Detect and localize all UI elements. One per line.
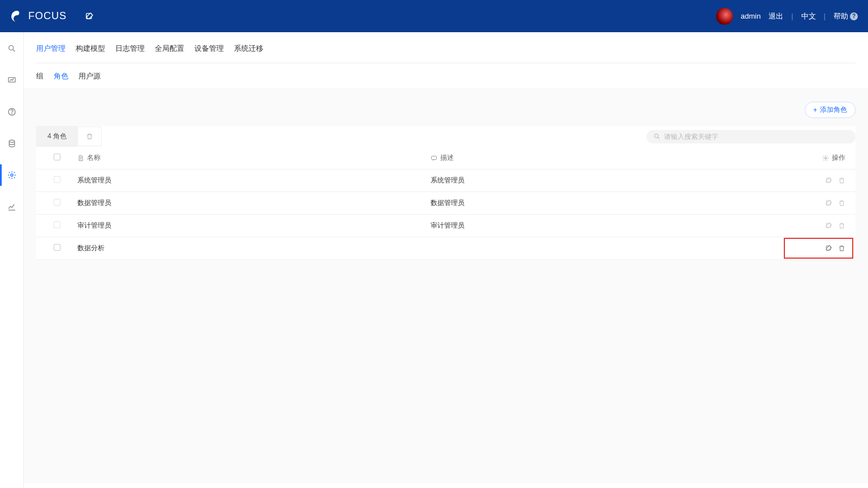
- row-name: 数据分析: [77, 237, 425, 260]
- table-row: 数据分析: [36, 237, 856, 260]
- add-role-button[interactable]: + 添加角色: [805, 102, 856, 118]
- logo-icon: [10, 10, 24, 23]
- topnav-item[interactable]: 全局配置: [155, 41, 184, 56]
- app-logo: FOCUS: [10, 10, 67, 23]
- app-header: FOCUS admin 退出 | 中文 | 帮助?: [0, 0, 868, 32]
- list-header: 4 角色: [36, 126, 856, 147]
- plus-icon: +: [813, 106, 817, 114]
- logout-link[interactable]: 退出: [769, 11, 783, 21]
- col-ops-header: 操作: [832, 153, 845, 163]
- search-box[interactable]: [646, 130, 856, 143]
- col-desc-header: 描述: [440, 153, 454, 163]
- sidebar-search-icon[interactable]: [0, 40, 24, 57]
- search-icon: [653, 133, 661, 140]
- main-area: + 添加角色 4 角色: [24, 88, 868, 483]
- edit-icon[interactable]: [825, 177, 832, 184]
- svg-point-7: [11, 174, 13, 176]
- lang-link[interactable]: 中文: [801, 11, 816, 21]
- edit-icon[interactable]: [825, 199, 832, 207]
- col-name-header: 名称: [87, 153, 101, 163]
- svg-line-2: [13, 50, 15, 51]
- sidebar-settings-icon[interactable]: [0, 167, 24, 184]
- topnav-item[interactable]: 构建模型: [76, 41, 105, 56]
- select-all-checkbox[interactable]: [54, 154, 60, 160]
- svg-point-6: [9, 140, 14, 142]
- content-area: 用户管理构建模型日志管理全局配置设备管理系统迁移 组角色用户源 + 添加角色 4…: [24, 32, 868, 483]
- table-row: 数据管理员数据管理员: [36, 192, 856, 215]
- username-link[interactable]: admin: [741, 12, 761, 20]
- separator: |: [791, 12, 793, 20]
- help-link[interactable]: 帮助?: [834, 11, 858, 21]
- svg-line-9: [658, 137, 659, 139]
- row-desc: [425, 237, 789, 260]
- doc-icon: [77, 155, 84, 162]
- row-checkbox: [54, 221, 60, 228]
- svg-rect-10: [432, 156, 437, 159]
- row-checkbox[interactable]: [54, 244, 60, 251]
- compose-icon[interactable]: [85, 12, 94, 21]
- svg-point-1: [8, 46, 13, 50]
- svg-point-8: [654, 134, 658, 138]
- chat-icon: [431, 155, 437, 162]
- topnav-item[interactable]: 系统迁移: [234, 41, 263, 56]
- topnav-item[interactable]: 用户管理: [36, 41, 66, 56]
- edit-icon[interactable]: [825, 245, 832, 252]
- table-row: 系统管理员系统管理员: [36, 169, 856, 192]
- role-table: 名称 描述 操作 系统管理员系统管理员数据管理员数据管理员审计管理员审计管理员数…: [36, 147, 856, 260]
- sidebar-dashboard-icon[interactable]: [0, 72, 24, 89]
- subtab-item[interactable]: 角色: [54, 71, 68, 81]
- subtab-item[interactable]: 用户源: [79, 71, 101, 81]
- row-desc: 系统管理员: [425, 169, 789, 192]
- separator: |: [824, 12, 826, 20]
- row-desc: 审计管理员: [425, 215, 789, 237]
- bulk-delete-button[interactable]: [78, 127, 102, 146]
- row-name: 系统管理员: [77, 169, 425, 192]
- row-name: 数据管理员: [77, 192, 425, 215]
- gear-icon: [822, 155, 829, 162]
- topnav-item[interactable]: 日志管理: [115, 41, 145, 56]
- svg-point-11: [825, 157, 827, 159]
- subtab-item[interactable]: 组: [36, 71, 44, 81]
- row-desc: 数据管理员: [425, 192, 789, 215]
- delete-icon[interactable]: [838, 222, 845, 229]
- top-nav: 用户管理构建模型日志管理全局配置设备管理系统迁移: [36, 32, 856, 63]
- avatar[interactable]: [716, 8, 733, 25]
- svg-point-5: [11, 114, 12, 114]
- role-count: 4 角色: [36, 126, 78, 147]
- help-icon: ?: [850, 12, 858, 20]
- add-role-label: 添加角色: [820, 105, 847, 115]
- logo-text: FOCUS: [28, 10, 67, 22]
- sidebar-database-icon[interactable]: [0, 135, 24, 152]
- sidebar-analytics-icon[interactable]: [0, 198, 24, 215]
- toolbar-row: + 添加角色: [36, 102, 856, 118]
- delete-icon[interactable]: [838, 199, 845, 207]
- row-checkbox: [54, 199, 60, 206]
- delete-icon[interactable]: [838, 245, 845, 252]
- left-sidebar: [0, 32, 24, 483]
- edit-icon[interactable]: [825, 222, 832, 229]
- topnav-item[interactable]: 设备管理: [194, 41, 224, 56]
- sidebar-help-icon[interactable]: [0, 103, 24, 120]
- delete-icon[interactable]: [838, 177, 845, 184]
- sub-tabs: 组角色用户源: [36, 63, 856, 88]
- row-name: 审计管理员: [77, 215, 425, 237]
- header-right: admin 退出 | 中文 | 帮助?: [716, 8, 858, 25]
- search-input[interactable]: [664, 133, 849, 141]
- table-row: 审计管理员审计管理员: [36, 215, 856, 237]
- row-checkbox: [54, 176, 60, 183]
- list-panel: 4 角色 名称 描述 操作: [36, 126, 856, 260]
